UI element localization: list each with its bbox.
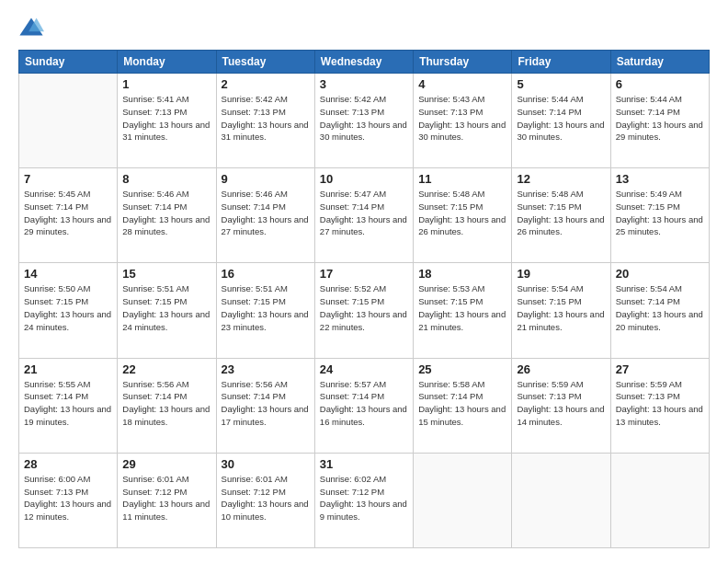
day-cell: 1Sunrise: 5:41 AMSunset: 7:13 PMDaylight… <box>118 74 216 168</box>
day-info: Sunrise: 5:51 AMSunset: 7:15 PMDaylight:… <box>222 282 310 333</box>
day-cell: 12Sunrise: 5:48 AMSunset: 7:15 PMDayligh… <box>512 168 610 263</box>
day-number: 31 <box>320 457 408 471</box>
day-info: Sunrise: 5:48 AMSunset: 7:15 PMDaylight:… <box>517 188 605 238</box>
day-info: Sunrise: 5:58 AMSunset: 7:14 PMDaylight:… <box>418 378 506 429</box>
calendar-table: SundayMondayTuesdayWednesdayThursdayFrid… <box>18 50 710 548</box>
day-info: Sunrise: 5:42 AMSunset: 7:13 PMDaylight:… <box>320 93 408 144</box>
day-info: Sunrise: 5:57 AMSunset: 7:14 PMDaylight:… <box>320 378 408 429</box>
day-number: 13 <box>616 172 704 186</box>
day-cell: 11Sunrise: 5:48 AMSunset: 7:15 PMDayligh… <box>414 168 512 263</box>
day-cell <box>610 453 709 547</box>
day-cell: 7Sunrise: 5:45 AMSunset: 7:14 PMDaylight… <box>19 168 118 263</box>
day-info: Sunrise: 5:54 AMSunset: 7:14 PMDaylight:… <box>616 282 704 333</box>
day-number: 30 <box>222 457 310 471</box>
day-info: Sunrise: 5:53 AMSunset: 7:15 PMDaylight:… <box>418 282 506 333</box>
day-header-monday: Monday <box>118 51 216 74</box>
day-info: Sunrise: 5:44 AMSunset: 7:14 PMDaylight:… <box>616 93 704 144</box>
day-cell: 14Sunrise: 5:50 AMSunset: 7:15 PMDayligh… <box>19 263 118 358</box>
day-cell: 21Sunrise: 5:55 AMSunset: 7:14 PMDayligh… <box>19 358 118 453</box>
day-number: 14 <box>24 267 112 281</box>
day-header-friday: Friday <box>512 51 610 74</box>
day-info: Sunrise: 5:41 AMSunset: 7:13 PMDaylight:… <box>122 93 210 144</box>
day-cell: 18Sunrise: 5:53 AMSunset: 7:15 PMDayligh… <box>414 263 512 358</box>
day-info: Sunrise: 5:55 AMSunset: 7:14 PMDaylight:… <box>24 378 112 429</box>
day-number: 6 <box>616 77 704 91</box>
day-cell: 9Sunrise: 5:46 AMSunset: 7:14 PMDaylight… <box>216 168 314 263</box>
day-cell: 17Sunrise: 5:52 AMSunset: 7:15 PMDayligh… <box>314 263 413 358</box>
day-cell <box>512 453 610 547</box>
day-cell: 30Sunrise: 6:01 AMSunset: 7:12 PMDayligh… <box>216 453 314 547</box>
day-cell: 27Sunrise: 5:59 AMSunset: 7:13 PMDayligh… <box>610 358 709 453</box>
day-number: 24 <box>320 362 408 376</box>
day-info: Sunrise: 5:59 AMSunset: 7:13 PMDaylight:… <box>517 378 605 429</box>
day-number: 15 <box>122 267 210 281</box>
day-cell: 28Sunrise: 6:00 AMSunset: 7:13 PMDayligh… <box>19 453 118 547</box>
day-info: Sunrise: 5:50 AMSunset: 7:15 PMDaylight:… <box>24 282 112 333</box>
day-cell: 31Sunrise: 6:02 AMSunset: 7:12 PMDayligh… <box>314 453 413 547</box>
day-info: Sunrise: 5:47 AMSunset: 7:14 PMDaylight:… <box>320 188 408 238</box>
day-cell: 2Sunrise: 5:42 AMSunset: 7:13 PMDaylight… <box>216 74 314 168</box>
day-number: 2 <box>222 77 310 91</box>
week-row-5: 28Sunrise: 6:00 AMSunset: 7:13 PMDayligh… <box>19 453 710 547</box>
day-cell: 5Sunrise: 5:44 AMSunset: 7:14 PMDaylight… <box>512 74 610 168</box>
day-number: 1 <box>122 77 210 91</box>
day-number: 17 <box>320 267 408 281</box>
day-info: Sunrise: 5:54 AMSunset: 7:15 PMDaylight:… <box>517 282 605 333</box>
day-info: Sunrise: 5:56 AMSunset: 7:14 PMDaylight:… <box>122 378 210 429</box>
day-cell <box>414 453 512 547</box>
day-info: Sunrise: 5:49 AMSunset: 7:15 PMDaylight:… <box>616 188 704 238</box>
day-cell: 16Sunrise: 5:51 AMSunset: 7:15 PMDayligh… <box>216 263 314 358</box>
day-number: 5 <box>517 77 605 91</box>
day-header-tuesday: Tuesday <box>216 51 314 74</box>
day-number: 21 <box>24 362 112 376</box>
day-cell: 13Sunrise: 5:49 AMSunset: 7:15 PMDayligh… <box>610 168 709 263</box>
day-info: Sunrise: 5:56 AMSunset: 7:14 PMDaylight:… <box>222 378 310 429</box>
day-cell: 22Sunrise: 5:56 AMSunset: 7:14 PMDayligh… <box>118 358 216 453</box>
day-header-thursday: Thursday <box>414 51 512 74</box>
day-number: 4 <box>418 77 506 91</box>
day-header-saturday: Saturday <box>610 51 709 74</box>
header <box>18 15 710 40</box>
day-cell: 24Sunrise: 5:57 AMSunset: 7:14 PMDayligh… <box>314 358 413 453</box>
day-cell: 6Sunrise: 5:44 AMSunset: 7:14 PMDaylight… <box>610 74 709 168</box>
day-info: Sunrise: 6:01 AMSunset: 7:12 PMDaylight:… <box>122 473 210 523</box>
day-number: 11 <box>418 172 506 186</box>
logo-icon <box>18 15 44 40</box>
day-info: Sunrise: 6:00 AMSunset: 7:13 PMDaylight:… <box>24 473 112 523</box>
day-info: Sunrise: 5:45 AMSunset: 7:14 PMDaylight:… <box>24 188 112 238</box>
day-number: 9 <box>222 172 310 186</box>
day-info: Sunrise: 6:01 AMSunset: 7:12 PMDaylight:… <box>222 473 310 523</box>
week-row-1: 1Sunrise: 5:41 AMSunset: 7:13 PMDaylight… <box>19 74 710 168</box>
day-cell <box>19 74 118 168</box>
day-number: 10 <box>320 172 408 186</box>
day-info: Sunrise: 5:46 AMSunset: 7:14 PMDaylight:… <box>222 188 310 238</box>
day-cell: 25Sunrise: 5:58 AMSunset: 7:14 PMDayligh… <box>414 358 512 453</box>
week-row-4: 21Sunrise: 5:55 AMSunset: 7:14 PMDayligh… <box>19 358 710 453</box>
day-number: 22 <box>122 362 210 376</box>
day-info: Sunrise: 5:48 AMSunset: 7:15 PMDaylight:… <box>418 188 506 238</box>
day-number: 26 <box>517 362 605 376</box>
logo <box>18 15 48 40</box>
day-number: 25 <box>418 362 506 376</box>
day-info: Sunrise: 5:52 AMSunset: 7:15 PMDaylight:… <box>320 282 408 333</box>
day-cell: 29Sunrise: 6:01 AMSunset: 7:12 PMDayligh… <box>118 453 216 547</box>
day-cell: 19Sunrise: 5:54 AMSunset: 7:15 PMDayligh… <box>512 263 610 358</box>
day-number: 12 <box>517 172 605 186</box>
day-number: 7 <box>24 172 112 186</box>
week-row-3: 14Sunrise: 5:50 AMSunset: 7:15 PMDayligh… <box>19 263 710 358</box>
day-number: 3 <box>320 77 408 91</box>
day-cell: 4Sunrise: 5:43 AMSunset: 7:13 PMDaylight… <box>414 74 512 168</box>
day-cell: 23Sunrise: 5:56 AMSunset: 7:14 PMDayligh… <box>216 358 314 453</box>
day-number: 19 <box>517 267 605 281</box>
day-number: 16 <box>222 267 310 281</box>
day-number: 27 <box>616 362 704 376</box>
day-header-wednesday: Wednesday <box>314 51 413 74</box>
day-cell: 3Sunrise: 5:42 AMSunset: 7:13 PMDaylight… <box>314 74 413 168</box>
day-number: 8 <box>122 172 210 186</box>
day-cell: 8Sunrise: 5:46 AMSunset: 7:14 PMDaylight… <box>118 168 216 263</box>
day-cell: 15Sunrise: 5:51 AMSunset: 7:15 PMDayligh… <box>118 263 216 358</box>
day-cell: 20Sunrise: 5:54 AMSunset: 7:14 PMDayligh… <box>610 263 709 358</box>
day-info: Sunrise: 6:02 AMSunset: 7:12 PMDaylight:… <box>320 473 408 523</box>
day-info: Sunrise: 5:42 AMSunset: 7:13 PMDaylight:… <box>222 93 310 144</box>
week-row-2: 7Sunrise: 5:45 AMSunset: 7:14 PMDaylight… <box>19 168 710 263</box>
